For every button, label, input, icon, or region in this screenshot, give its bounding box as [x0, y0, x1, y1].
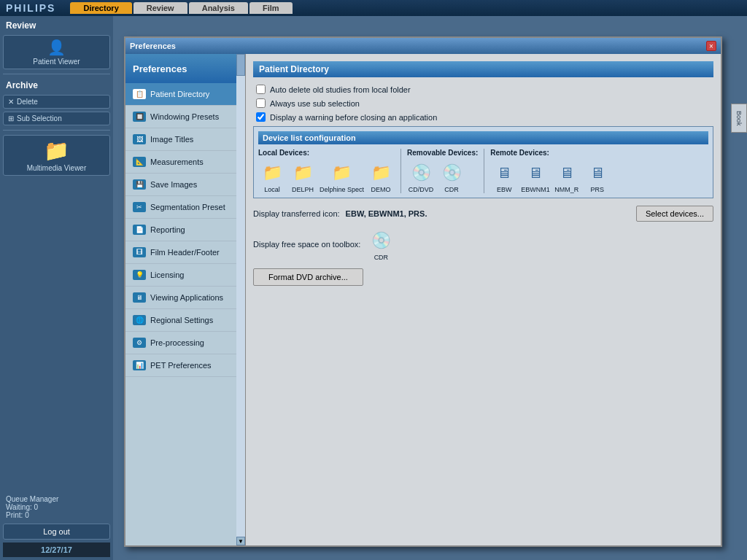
cddvd-name: CD/DVD	[409, 186, 434, 193]
patient-viewer-btn[interactable]: 👤 Patient Viewer	[3, 35, 110, 69]
device-demo[interactable]: 📁 DEMO	[367, 161, 395, 193]
pref-item-pre-processing[interactable]: ⚙ Pre-processing	[125, 332, 245, 354]
free-space-device-icon[interactable]: 💿 CDR	[366, 228, 395, 261]
prs-name: PRS	[591, 186, 605, 193]
removable-devices-label: Removable Devices:	[407, 149, 478, 157]
display-transferred-label: Display transferred icon:	[253, 209, 340, 218]
print-value: 0	[25, 511, 29, 519]
device-config-title: Device list configuration	[258, 131, 708, 144]
sub-selection-icon: ⊞	[8, 114, 14, 122]
scrollbar-down-btn[interactable]: ▼	[236, 537, 245, 545]
image-titles-icon: 🖼	[133, 134, 146, 144]
nav-tab-analysis[interactable]: Analysis	[189, 2, 248, 14]
pref-item-save-images[interactable]: 💾 Save Images	[125, 174, 245, 196]
ebwnm1-name: EBWNM1	[521, 186, 550, 193]
pet-preferences-icon: 📊	[133, 360, 146, 370]
auto-delete-label: Auto delete old studies from local folde…	[270, 85, 411, 94]
local-name: Local	[264, 186, 280, 193]
main-layout: Review 👤 Patient Viewer Archive ✕ Delete…	[0, 16, 747, 560]
transfer-section: Display transferred icon: EBW, EBWNM1, P…	[253, 206, 713, 222]
segmentation-preset-icon: ✂	[133, 202, 146, 212]
scrollbar-thumb[interactable]	[236, 54, 245, 76]
review-section-title: Review	[3, 19, 110, 32]
local-devices-group: Local Devices: 📁 Local 📁 DELPH	[258, 149, 395, 193]
remote-device-icons: 🖥 EBW 🖥 EBWNM1 🖥 NMM_	[490, 161, 611, 193]
pref-sidebar-header-text: Preferences	[133, 63, 187, 74]
nav-tab-review[interactable]: Review	[133, 2, 187, 14]
demo-name: DEMO	[371, 186, 391, 193]
checkbox-row-1: Auto delete old studies from local folde…	[253, 85, 713, 94]
delete-icon: ✕	[8, 98, 14, 106]
pref-item-measurements[interactable]: 📐 Measurements	[125, 151, 245, 174]
pref-item-label-measurements: Measurements	[150, 158, 204, 166]
queue-title: Queue Manager	[6, 495, 107, 503]
sub-selection-btn[interactable]: ⊞ Sub Selection	[3, 112, 110, 125]
pref-item-label-film-header-footer: Film Header/Footer	[150, 248, 220, 257]
pref-item-label-pre-processing: Pre-processing	[150, 338, 204, 347]
devices-row: Local Devices: 📁 Local 📁 DELPH	[258, 149, 708, 193]
pref-item-segmentation-preset[interactable]: ✂ Segmentation Preset	[125, 196, 245, 219]
delete-btn[interactable]: ✕ Delete	[3, 95, 110, 109]
removable-device-icons: 💿 CD/DVD 💿 CDR	[407, 161, 478, 193]
content-section-title: Patient Directory	[253, 61, 713, 77]
regional-settings-icon: 🌐	[133, 315, 146, 325]
book-btn[interactable]: Book	[731, 104, 747, 133]
pref-item-film-header-footer[interactable]: 🎞 Film Header/Footer	[125, 241, 245, 264]
pref-sidebar: Preferences 📋 Patient Directory 🔲 Window…	[125, 54, 246, 545]
nav-tab-directory[interactable]: Directory	[70, 2, 131, 14]
always-sub-selection-checkbox[interactable]	[256, 98, 266, 108]
pref-item-pet-preferences[interactable]: 📊 PET Preferences	[125, 354, 245, 377]
sub-selection-label: Sub Selection	[17, 114, 62, 122]
nav-tab-film[interactable]: Film	[249, 2, 293, 14]
delphine-spect-name: Delphine Spect	[320, 186, 364, 193]
free-space-device-name: CDR	[374, 254, 389, 261]
device-cddvd[interactable]: 💿 CD/DVD	[407, 161, 435, 193]
device-ebw[interactable]: 🖥 EBW	[490, 161, 518, 193]
auto-delete-checkbox[interactable]	[256, 85, 266, 94]
local-device-icons: 📁 Local 📁 DELPH 📁 Del	[258, 161, 395, 193]
display-warning-label: Display a warning before closing an appl…	[270, 113, 437, 122]
device-delph[interactable]: 📁 DELPH	[289, 161, 317, 193]
device-prs[interactable]: 🖥 PRS	[584, 161, 611, 193]
dialog-close-btn[interactable]: ×	[706, 41, 716, 51]
pref-item-label-pet-preferences: PET Preferences	[150, 361, 212, 370]
device-nmm-r[interactable]: 🖥 NMM_R	[553, 161, 581, 193]
pref-item-label-regional-settings: Regional Settings	[150, 316, 213, 324]
pref-item-reporting[interactable]: 📄 Reporting	[125, 219, 245, 241]
device-ebwnm1[interactable]: 🖥 EBWNM1	[521, 161, 550, 193]
display-transferred-value: EBW, EBWNM1, PRS.	[346, 209, 427, 218]
sidebar-scrollbar[interactable]: ▲ ▼	[236, 54, 245, 545]
nmm-r-monitor-icon: 🖥	[553, 161, 581, 184]
dialog-title-text: Preferences	[130, 42, 176, 50]
pref-item-patient-directory[interactable]: 📋 Patient Directory	[125, 83, 245, 106]
pref-item-viewing-applications[interactable]: 🖥 Viewing Applications	[125, 287, 245, 309]
pref-item-licensing[interactable]: 💡 Licensing	[125, 264, 245, 287]
select-devices-btn[interactable]: Select devices...	[636, 206, 713, 222]
reporting-icon: 📄	[133, 225, 146, 235]
measurements-icon: 📐	[133, 157, 146, 167]
pref-item-label-image-titles: Image Titles	[150, 135, 193, 144]
format-dvd-btn[interactable]: Format DVD archive...	[253, 268, 363, 286]
local-folder-icon: 📁	[258, 161, 286, 184]
pref-item-label-reporting: Reporting	[150, 225, 185, 234]
multimedia-viewer-icon: 📁	[44, 139, 69, 163]
device-delphine-spect[interactable]: 📁 Delphine Spect	[320, 161, 364, 193]
device-local[interactable]: 📁 Local	[258, 161, 286, 193]
device-cdr[interactable]: 💿 CDR	[438, 161, 465, 193]
pref-item-regional-settings[interactable]: 🌐 Regional Settings	[125, 309, 245, 332]
logout-btn[interactable]: Log out	[3, 524, 110, 540]
delete-label: Delete	[17, 98, 38, 106]
removable-devices-group: Removable Devices: 💿 CD/DVD 💿 CDR	[407, 149, 478, 193]
waiting-row: Waiting: 0	[6, 503, 107, 511]
nav-tabs: Directory Review Analysis Film	[70, 2, 292, 14]
multimedia-viewer-btn[interactable]: 📁 Multimedia Viewer	[3, 135, 110, 176]
demo-folder-icon: 📁	[367, 161, 395, 184]
display-warning-checkbox[interactable]	[256, 112, 266, 122]
ebw-monitor-icon: 🖥	[490, 161, 518, 184]
pref-item-windowing-presets[interactable]: 🔲 Windowing Presets	[125, 106, 245, 128]
film-header-footer-icon: 🎞	[133, 247, 146, 257]
sidebar-divider-2	[3, 130, 110, 131]
print-label: Print:	[6, 511, 23, 519]
pref-item-image-titles[interactable]: 🖼 Image Titles	[125, 128, 245, 151]
device-separator-1	[400, 149, 401, 193]
